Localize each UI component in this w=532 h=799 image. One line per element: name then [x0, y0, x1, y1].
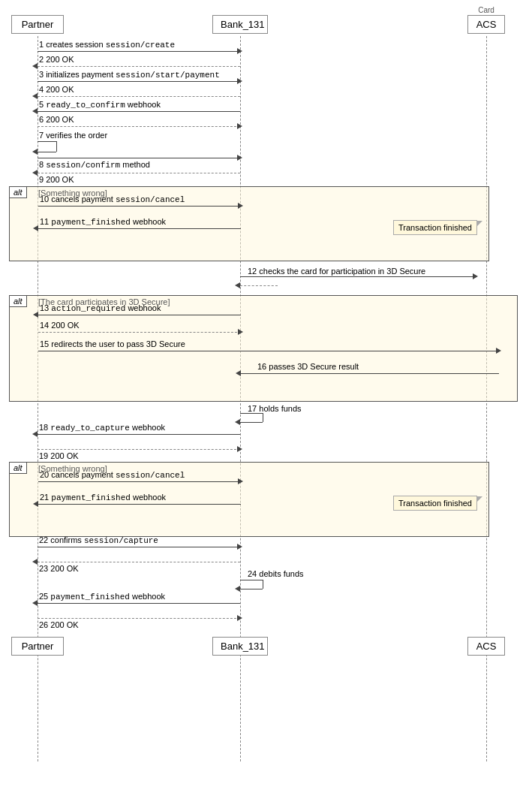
arrow-14: [38, 332, 241, 333]
arrowhead-3: [237, 78, 242, 84]
arrowhead-9: [32, 170, 38, 176]
label-7: 7 verifies the order: [39, 131, 107, 140]
arrowhead-4: [32, 93, 38, 99]
label-18: 18 ready_to_capture webhook: [39, 423, 165, 433]
arrow-9: [38, 173, 240, 173]
alt-3-keyword: alt: [10, 463, 27, 474]
arrow-4: [38, 96, 240, 97]
arrow-3: [38, 81, 240, 82]
actor-acs-bottom: ACS: [467, 637, 505, 656]
arrow-20: [38, 481, 241, 482]
arrowhead-12-ret: [235, 282, 240, 288]
arrowhead-22: [237, 544, 242, 550]
arrowhead-11: [33, 225, 38, 231]
arrow-7-down: [56, 141, 57, 152]
arrowhead-23: [32, 559, 38, 565]
arrow-7: [38, 141, 56, 142]
arrowhead-21: [33, 501, 38, 507]
label-2: 2 200 OK: [39, 55, 74, 64]
label-14: 14 200 OK: [40, 321, 80, 330]
actor-bank-bottom: Bank_131: [212, 637, 268, 656]
arrowhead-16: [236, 370, 241, 376]
label-21: 21 payment_finished webhook: [40, 493, 166, 502]
arrow-12: [240, 276, 476, 277]
arrow-15: [38, 351, 499, 351]
arrow-26: [38, 618, 240, 619]
label-5: 5 ready_to_confirm webhook: [39, 100, 161, 110]
label-11: 11 payment_finished webhook: [40, 217, 166, 227]
label-19: 19 200 OK: [39, 451, 79, 460]
label-4: 4 200 OK: [39, 85, 74, 94]
sequence-diagram: Partner Bank_131 Card Payment ACS 1 crea…: [0, 0, 532, 799]
label-3: 3 initializes payment session/start/paym…: [39, 70, 220, 80]
arrow-5: [38, 111, 240, 112]
arrow-12-ret: [240, 285, 278, 286]
note-transaction-1: Transaction finished: [393, 220, 477, 235]
label-25: 25 payment_finished webhook: [39, 592, 165, 602]
actor-partner-bottom: Partner: [11, 637, 64, 656]
arrow-10: [38, 206, 241, 207]
arrow-11: [38, 228, 241, 229]
arrow-22: [38, 547, 240, 547]
arrow-24: [240, 580, 263, 580]
actor-acs-top: ACS: [467, 15, 505, 34]
arrowhead-13: [33, 312, 38, 318]
arrowhead-17: [235, 419, 240, 425]
arrow-21: [38, 504, 241, 505]
label-8: 8 session/confirm method: [39, 160, 150, 170]
arrow-1: [38, 51, 240, 52]
alt-2-keyword: alt: [10, 296, 27, 307]
arrow-17-down: [263, 413, 263, 422]
label-20: 20 cancels payment session/cancel: [40, 470, 185, 480]
arrowhead-5: [32, 108, 38, 114]
arrowhead-12: [473, 273, 478, 279]
arrow-17: [240, 413, 263, 414]
alt-frame-2: alt [The card participates in 3D Secure]…: [9, 295, 518, 402]
label-24: 24 debits funds: [248, 569, 304, 578]
arrowhead-8: [237, 155, 242, 161]
arrowhead-7: [32, 149, 38, 155]
arrow-13: [38, 315, 241, 315]
arrow-25: [38, 603, 240, 604]
label-15: 15 redirects the user to pass 3D Secure: [40, 339, 185, 348]
alt-frame-1: alt [Something wrong] 10 cancels payment…: [9, 186, 489, 261]
arrow-17-back: [240, 422, 263, 423]
arrowhead-19: [237, 446, 242, 452]
arrowhead-15: [496, 348, 501, 354]
arrowhead-26: [237, 615, 242, 621]
arrowhead-24: [235, 586, 240, 592]
arrowhead-18: [32, 431, 38, 437]
arrow-8: [38, 158, 240, 158]
actor-bank-top: Bank_131: [212, 15, 268, 34]
arrow-23: [38, 562, 240, 562]
arrowhead-6: [237, 123, 242, 129]
arrowhead-14: [238, 329, 243, 335]
note-transaction-2: Transaction finished: [393, 496, 477, 511]
label-13: 13 action_required webhook: [40, 303, 161, 313]
arrowhead-20: [238, 478, 243, 484]
label-1: 1 creates session session/create: [39, 40, 175, 50]
label-12: 12 checks the card for participation in …: [248, 267, 425, 276]
arrow-18: [38, 434, 240, 435]
alt-1-keyword: alt: [10, 187, 27, 198]
label-9: 9 200 OK: [39, 175, 74, 184]
label-22: 22 confirms session/capture: [39, 535, 158, 545]
alt-frame-3: alt [Something wrong] 20 cancels payment…: [9, 462, 489, 537]
arrowhead-2: [32, 63, 38, 69]
arrow-7-back: [38, 152, 56, 152]
label-17: 17 holds funds: [248, 404, 302, 413]
label-10: 10 cancels payment session/cancel: [40, 194, 185, 204]
arrowhead-10: [238, 203, 243, 209]
label-26: 26 200 OK: [39, 620, 79, 629]
arrow-19: [38, 449, 240, 450]
arrow-6: [38, 126, 240, 127]
arrowhead-25: [32, 600, 38, 606]
arrow-24-back: [240, 589, 263, 589]
arrowhead-1: [237, 48, 242, 54]
actor-partner-top: Partner: [11, 15, 64, 34]
arrow-16: [241, 373, 499, 374]
label-16: 16 passes 3D Secure result: [257, 362, 359, 371]
arrow-24-down: [263, 580, 263, 589]
label-6: 6 200 OK: [39, 115, 74, 124]
arrow-2: [38, 66, 240, 67]
